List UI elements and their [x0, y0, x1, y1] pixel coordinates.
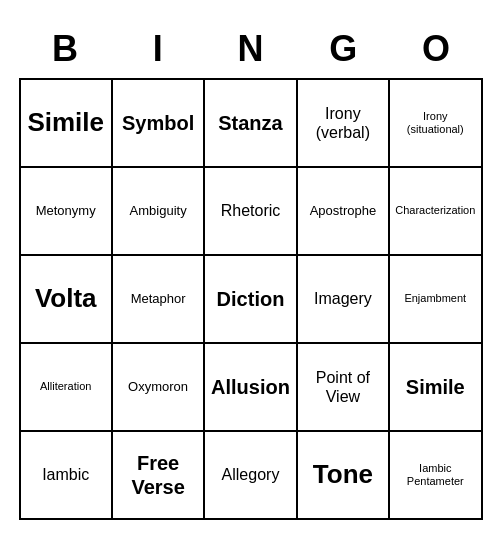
header-letter-o: O	[390, 24, 483, 74]
bingo-cell-6: Ambiguity	[113, 168, 205, 256]
cell-text-17: Allusion	[211, 375, 290, 399]
cell-text-1: Symbol	[122, 111, 194, 135]
cell-text-7: Rhetoric	[221, 201, 281, 220]
bingo-cell-8: Apostrophe	[298, 168, 390, 256]
bingo-cell-5: Metonymy	[21, 168, 113, 256]
bingo-cell-19: Simile	[390, 344, 482, 432]
cell-text-11: Metaphor	[131, 291, 186, 307]
cell-text-14: Enjambment	[404, 292, 466, 305]
bingo-card: BINGO SimileSymbolStanzaIrony (verbal)Ir…	[11, 16, 491, 528]
header-letter-g: G	[297, 24, 390, 74]
bingo-cell-2: Stanza	[205, 80, 297, 168]
bingo-cell-9: Characterization	[390, 168, 482, 256]
cell-text-16: Oxymoron	[128, 379, 188, 395]
bingo-grid: SimileSymbolStanzaIrony (verbal)Irony (s…	[19, 78, 483, 520]
cell-text-5: Metonymy	[36, 203, 96, 219]
cell-text-19: Simile	[406, 375, 465, 399]
bingo-cell-15: Alliteration	[21, 344, 113, 432]
cell-text-24: Iambic Pentameter	[394, 462, 476, 488]
cell-text-8: Apostrophe	[310, 203, 377, 219]
bingo-cell-21: Free Verse	[113, 432, 205, 520]
bingo-cell-22: Allegory	[205, 432, 297, 520]
bingo-cell-11: Metaphor	[113, 256, 205, 344]
cell-text-15: Alliteration	[40, 380, 91, 393]
bingo-cell-17: Allusion	[205, 344, 297, 432]
header-letter-i: I	[111, 24, 204, 74]
cell-text-18: Point of View	[302, 368, 384, 406]
cell-text-13: Imagery	[314, 289, 372, 308]
bingo-cell-7: Rhetoric	[205, 168, 297, 256]
bingo-cell-3: Irony (verbal)	[298, 80, 390, 168]
bingo-cell-1: Symbol	[113, 80, 205, 168]
bingo-cell-10: Volta	[21, 256, 113, 344]
cell-text-6: Ambiguity	[130, 203, 187, 219]
bingo-cell-13: Imagery	[298, 256, 390, 344]
header-letter-n: N	[204, 24, 297, 74]
cell-text-3: Irony (verbal)	[302, 104, 384, 142]
cell-text-23: Tone	[313, 459, 373, 490]
bingo-cell-0: Simile	[21, 80, 113, 168]
bingo-header: BINGO	[19, 24, 483, 74]
bingo-cell-14: Enjambment	[390, 256, 482, 344]
bingo-cell-24: Iambic Pentameter	[390, 432, 482, 520]
cell-text-12: Diction	[217, 287, 285, 311]
cell-text-10: Volta	[35, 283, 97, 314]
cell-text-0: Simile	[27, 107, 104, 138]
bingo-cell-4: Irony (situational)	[390, 80, 482, 168]
cell-text-22: Allegory	[222, 465, 280, 484]
bingo-cell-16: Oxymoron	[113, 344, 205, 432]
header-letter-b: B	[19, 24, 112, 74]
bingo-cell-12: Diction	[205, 256, 297, 344]
cell-text-21: Free Verse	[117, 451, 199, 499]
cell-text-2: Stanza	[218, 111, 282, 135]
bingo-cell-23: Tone	[298, 432, 390, 520]
bingo-cell-20: Iambic	[21, 432, 113, 520]
bingo-cell-18: Point of View	[298, 344, 390, 432]
cell-text-4: Irony (situational)	[394, 110, 476, 136]
cell-text-9: Characterization	[395, 204, 475, 217]
cell-text-20: Iambic	[42, 465, 89, 484]
